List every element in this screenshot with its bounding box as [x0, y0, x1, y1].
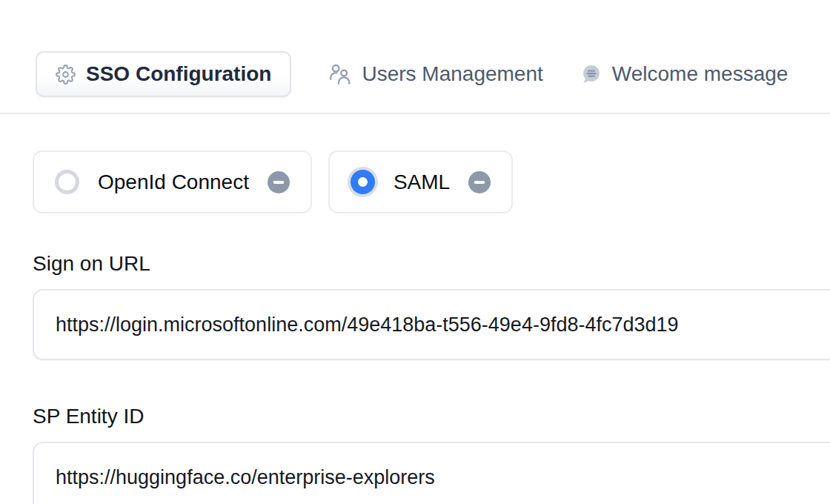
tab-label: SSO Configuration	[86, 62, 271, 86]
option-saml[interactable]: SAML	[328, 150, 513, 213]
option-label: SAML	[394, 170, 450, 194]
tab-users-management[interactable]: Users Management	[328, 62, 542, 86]
minus-circle-icon[interactable]	[268, 171, 290, 193]
gear-icon	[56, 64, 76, 84]
radio-selected-icon[interactable]	[351, 170, 375, 194]
tab-sso-configuration[interactable]: SSO Configuration	[36, 51, 291, 97]
sign-on-url-input[interactable]	[33, 289, 830, 360]
chat-bubble-icon	[580, 64, 602, 85]
tab-label: Welcome message	[612, 62, 788, 86]
sso-configuration-panel: OpenId Connect SAML Sign on URL SP Entit…	[0, 150, 830, 504]
sp-entity-id-input[interactable]	[33, 442, 830, 504]
sp-entity-id-label: SP Entity ID	[33, 405, 830, 428]
tab-welcome-message[interactable]: Welcome message	[580, 62, 788, 86]
sso-provider-options: OpenId Connect SAML	[33, 150, 830, 213]
radio-unselected-icon[interactable]	[55, 170, 79, 194]
minus-circle-icon[interactable]	[468, 171, 491, 193]
option-openid-connect[interactable]: OpenId Connect	[33, 150, 312, 213]
settings-tab-bar: SSO Configuration Users Management Welco…	[0, 0, 830, 114]
users-icon	[328, 63, 351, 86]
option-label: OpenId Connect	[98, 170, 249, 194]
sign-on-url-label: Sign on URL	[33, 252, 830, 276]
tab-label: Users Management	[362, 62, 542, 86]
